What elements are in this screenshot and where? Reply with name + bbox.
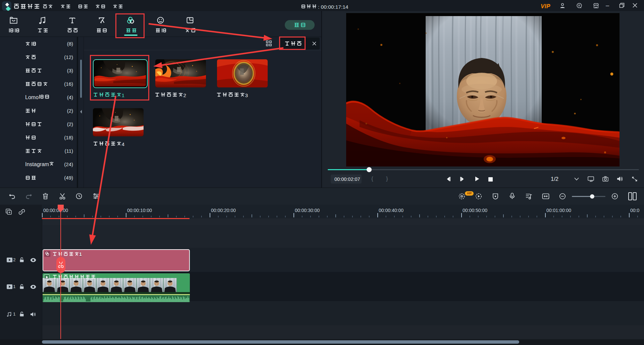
svg-text:00:00:00:00: 00:00:00:00	[43, 208, 68, 213]
svg-text:00:00:20:00: 00:00:20:00	[211, 208, 236, 213]
svg-text:00:00:40:00: 00:00:40:00	[379, 208, 404, 213]
svg-text:00:00:10:00: 00:00:10:00	[127, 208, 152, 213]
svg-text:00:00:30:00: 00:00:30:00	[295, 208, 320, 213]
svg-text:00:01:00:00: 00:01:00:00	[546, 208, 571, 213]
svg-text:00:0: 00:0	[630, 208, 639, 213]
svg-text:00:00:50:00: 00:00:50:00	[463, 208, 487, 213]
